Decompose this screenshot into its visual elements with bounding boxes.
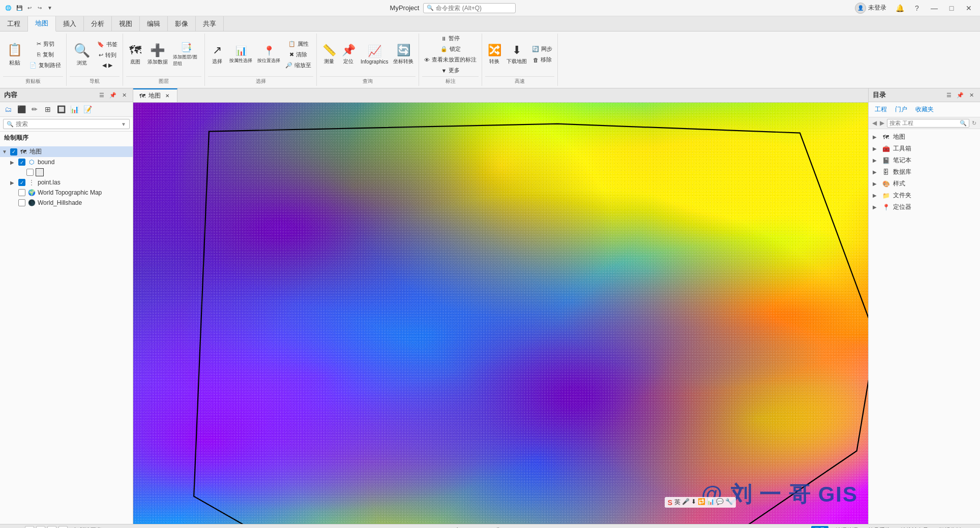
select-by-attr-button[interactable]: 📊 按属性选择 [227,44,254,65]
close-button[interactable]: ✕ [962,1,976,15]
map-canvas[interactable]: @ 刘 一 哥 GIS S 英 🎤 ⬇ 🔁 📊 💬 🔧 [133,103,868,524]
add-data-button[interactable]: ➕ 添加数据 [145,42,170,67]
rp-item-folder[interactable]: ▶ 📁 文件夹 [869,190,980,201]
filter-3d-icon[interactable]: ⬛ [15,103,27,115]
save-icon[interactable]: 💾 [15,4,23,12]
rp-item-map[interactable]: ▶ 🗺 地图 [869,131,980,143]
tab-edit[interactable]: 编辑 [140,16,168,31]
rp-item-notebook[interactable]: ▶ 📓 笔记本 [869,154,980,166]
login-button[interactable]: 👤 未登录 [852,2,889,15]
filter-draw-icon[interactable]: ✏ [28,103,41,115]
more-label-button[interactable]: ▼ 更多 [422,66,479,75]
filter-all-icon[interactable]: 🗂 [2,103,14,115]
layer-world-topo[interactable]: 🌍 World Topographic Map [0,188,133,198]
collapse-arrow-bound[interactable]: ▶ [10,160,16,165]
tab-imagery[interactable]: 影像 [168,16,196,31]
copy-path-button[interactable]: 📄 复制路径 [27,60,63,70]
tab-flicker-analysis[interactable]: 闪烁分析-GIS [936,526,976,528]
checkbox-world-topo[interactable] [18,189,25,196]
redo-icon[interactable]: ↪ [36,4,44,12]
map-tab-active[interactable]: 🗺 地图 ✕ [133,88,177,102]
download-map-button[interactable]: ⬇ 下载地图 [504,43,529,66]
settings-icon[interactable]: ▼ [46,4,54,12]
tab-share[interactable]: 共享 [196,16,224,31]
basemap-button[interactable]: 🗺 底图 [126,42,144,67]
maximize-button[interactable]: □ [944,1,959,15]
filter-raster-icon[interactable]: 🔲 [55,103,67,115]
checkbox-bound-symbol[interactable] [26,169,34,176]
select-by-loc-button[interactable]: 📍 按位置选择 [255,44,282,65]
tab-map[interactable]: 地图 [28,16,56,32]
bookmark-button[interactable]: 🔖 书签 [95,40,120,49]
back-nav-icon[interactable]: ◀ [871,118,878,128]
tab-geostat[interactable]: 地统计向导 [898,526,932,528]
nav-arrows[interactable]: ◀ ▶ [95,61,120,70]
filter-report-icon[interactable]: 📝 [81,103,94,115]
layer-map[interactable]: ▼ ✓ 🗺 地图 [0,146,133,157]
tab-symbology[interactable]: 符号系统 [865,526,894,528]
checkbox-map[interactable]: ✓ [10,148,17,156]
select-button[interactable]: ↗ 选择 [208,43,226,66]
lock-button[interactable]: 🔒 锁定 [422,44,479,54]
command-search-box[interactable]: 🔍 [423,3,516,13]
map-tab-close-button[interactable]: ✕ [164,92,171,100]
checkbox-bound[interactable]: ✓ [18,159,25,166]
rp-item-style[interactable]: ▶ 🎨 样式 [869,178,980,190]
measure-button[interactable]: 📏 测量 [320,43,338,66]
tab-analysis[interactable]: 分析 [84,16,112,31]
scale-decrease-button[interactable]: ◀ [25,526,34,529]
minimize-button[interactable]: — [927,1,941,15]
cut-button[interactable]: ✂ 剪切 [27,39,63,49]
convert-button[interactable]: 🔀 转换 [485,43,503,66]
goto-button[interactable]: ↩ 转到 [95,50,120,60]
notification-icon[interactable]: 🔔 [893,1,907,15]
command-search-input[interactable] [436,5,512,12]
pause-button[interactable]: ⏸ 暂停 [422,34,479,43]
layer-world-hill[interactable]: 🌑 World_Hillshade [0,198,133,208]
paste-button[interactable]: 📋 粘贴 [3,42,26,68]
filter-table-icon[interactable]: ⊞ [42,103,54,115]
tab-view[interactable]: 视图 [112,16,140,31]
panel-close-icon[interactable]: ✕ [120,90,129,100]
right-panel-search[interactable]: 🔍 [887,119,969,128]
rp-item-toolbox[interactable]: ▶ 🧰 工具箱 [869,143,980,154]
undo-icon[interactable]: ↩ [25,4,34,12]
forward-nav-icon[interactable]: ▶ [878,118,886,128]
panel-menu-icon[interactable]: ☰ [97,90,106,100]
rp-item-locator[interactable]: ▶ 📍 定位器 [869,201,980,213]
copy-button[interactable]: ⎘ 复制 [27,50,63,59]
tab-insert[interactable]: 插入 [56,16,84,31]
collapse-arrow-las[interactable]: ▶ [10,180,16,185]
layer-bound[interactable]: ▶ ✓ ⬡ bound [0,157,133,167]
remove-button[interactable]: 🗑 移除 [530,55,554,65]
refresh-icon[interactable]: ↻ [970,118,978,128]
collapse-arrow-map[interactable]: ▼ [2,149,8,154]
checkbox-world-hill[interactable] [18,199,25,206]
clear-select-button[interactable]: ✖ 清除 [283,50,313,59]
locate-button[interactable]: 📌 定位 [339,43,358,66]
infographics-button[interactable]: 📈 Infographics [359,44,390,66]
coord-transform-button[interactable]: 🔄 坐标转换 [391,43,415,66]
filter-chart-icon[interactable]: 📊 [68,103,80,115]
right-panel-search-input[interactable] [889,120,960,126]
browse-button[interactable]: 🔍 浏览 [70,41,94,69]
right-panel-close-icon[interactable]: ✕ [967,90,976,100]
tab-favorites[interactable]: 收藏夹 [913,104,936,115]
rp-item-database[interactable]: ▶ 🗄 数据库 [869,166,980,178]
tab-project[interactable]: 工程 [0,16,28,31]
zoom-to-button[interactable]: 🔎 缩放至 [283,60,313,70]
panel-pin-icon[interactable]: 📌 [108,90,117,100]
tab-geoprocessing[interactable]: 地理处理 [833,526,861,528]
right-panel-pin-icon[interactable]: 📌 [956,90,965,100]
sync-button[interactable]: 🔄 网步 [530,44,554,54]
scale-increase-button[interactable]: ▶ [36,526,45,529]
fit-to-page-button[interactable]: ⊞ [47,526,56,529]
tab-portal[interactable]: 门户 [893,104,909,115]
tab-project[interactable]: 工程 [873,104,889,115]
attribute-button[interactable]: 📋 属性 [283,39,313,49]
zoom-extent-button[interactable]: ⤢ [58,526,68,529]
panel-search-box[interactable]: 🔍 ▼ [3,119,130,129]
layer-point-las[interactable]: ▶ ✓ ⋮ point.las [0,177,133,188]
view-unplaced-button[interactable]: 👁 查看未放置的标注 [422,55,479,65]
help-button[interactable]: ? [910,1,924,15]
